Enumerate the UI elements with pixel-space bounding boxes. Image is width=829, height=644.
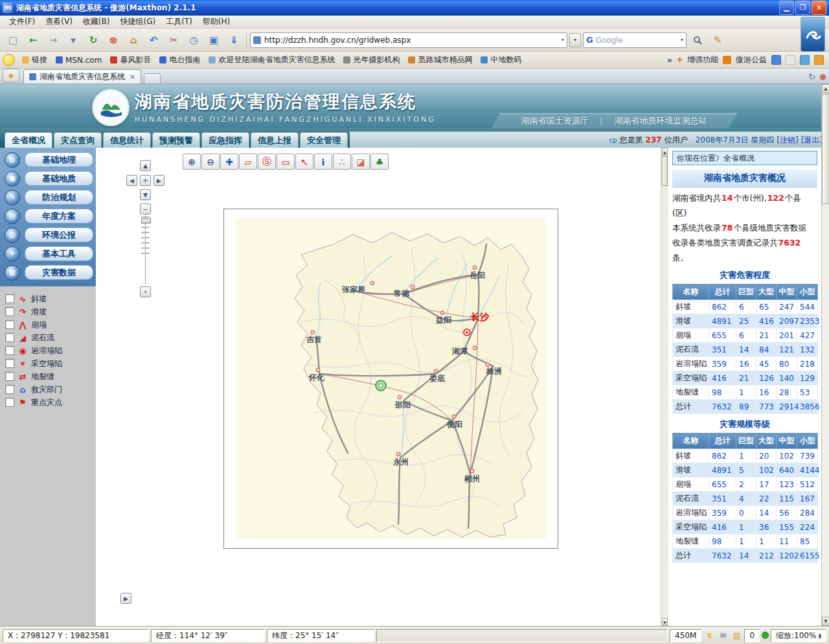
module-button[interactable]: 基本工具 xyxy=(25,246,93,261)
nav-tab[interactable]: 灾点查询 xyxy=(54,132,102,148)
layer-checkbox[interactable] xyxy=(5,398,14,407)
address-history-button[interactable]: ▾ xyxy=(569,33,581,47)
nav-tab[interactable]: 全省概况 xyxy=(5,132,52,148)
module-button[interactable]: 灾害数据 xyxy=(25,265,93,280)
map-layers-icon[interactable]: ♣ xyxy=(370,154,389,170)
pan-right-button[interactable]: ▶ xyxy=(153,175,165,186)
sidebar-module[interactable]: ◍ 基础地理 xyxy=(0,150,96,169)
search-engine-dropdown-icon[interactable]: ▾ xyxy=(681,37,683,43)
gps-locate-icon[interactable] xyxy=(376,380,386,391)
stop-button[interactable]: ⊗ xyxy=(104,32,122,49)
highlight-button[interactable]: ✎ xyxy=(709,32,727,49)
menu-item[interactable]: 收藏(B) xyxy=(78,15,115,29)
sidebar-module[interactable]: ▦ 灾害数据 xyxy=(0,263,96,282)
zoom-level[interactable]: 缩放:100%▲▼ xyxy=(771,629,826,642)
module-button[interactable]: 年度方案 xyxy=(25,209,93,224)
module-button[interactable]: 基础地质 xyxy=(25,171,93,186)
map-select-rect-icon[interactable]: ▭ xyxy=(277,154,295,170)
sidebar-module[interactable]: ▣ 基础地质 xyxy=(0,169,96,188)
plugin-icon[interactable] xyxy=(786,55,795,65)
layer-checkbox[interactable] xyxy=(5,307,14,316)
layer-checkbox[interactable] xyxy=(5,346,14,355)
layer-checkbox[interactable] xyxy=(5,372,14,381)
zoom-in-button[interactable]: ＋ xyxy=(140,286,151,297)
pan-left-button[interactable]: ◀ xyxy=(126,175,137,186)
favorites-star-button[interactable]: ★ xyxy=(3,69,19,82)
new-page-button[interactable]: ▢ xyxy=(4,32,22,49)
map-clear-icon[interactable]: ◪ xyxy=(352,154,370,170)
menu-item[interactable]: 工具(T) xyxy=(161,15,198,29)
minimize-button[interactable]: ▁ xyxy=(779,1,794,15)
forward-button[interactable]: → xyxy=(44,32,62,49)
address-bar[interactable]: http://dzzh.hndh.gov.cn/gridweb.aspx ▾ xyxy=(250,32,567,48)
layer-checkbox[interactable] xyxy=(5,294,14,303)
link-item[interactable]: 暴风影音 xyxy=(106,53,155,67)
link-item[interactable]: MSN.com xyxy=(52,54,106,66)
mail-icon[interactable]: ✉ xyxy=(717,631,729,640)
search-box[interactable]: G Google ▾ xyxy=(583,32,687,48)
layer-checkbox[interactable] xyxy=(5,385,14,394)
zoom-spinner-icon[interactable]: ▲▼ xyxy=(818,632,821,639)
close-button[interactable]: × xyxy=(812,1,826,15)
history-button[interactable]: ◷ xyxy=(185,32,203,49)
menu-item[interactable]: 文件(F) xyxy=(4,15,40,29)
smiley-icon[interactable] xyxy=(3,54,15,66)
link-item[interactable]: 中地数码 xyxy=(477,53,525,67)
link-item[interactable]: 光年摄影机构 xyxy=(339,53,403,67)
scroll-up-icon[interactable]: ▲ xyxy=(822,84,829,93)
home-button[interactable]: ⌂ xyxy=(124,32,142,49)
menu-item[interactable]: 快捷组(G) xyxy=(115,15,161,29)
banner-link[interactable]: 湖南省地质环境监测总站 xyxy=(606,115,716,127)
address-url[interactable]: http://dzzh.hndh.gov.cn/gridweb.aspx xyxy=(264,36,558,45)
layer-label[interactable]: 滑坡 xyxy=(31,306,47,317)
sidebar-module[interactable]: ✦ 基本工具 xyxy=(0,244,96,263)
close-all-icon[interactable]: ⊗ xyxy=(819,72,826,82)
expand-right-button[interactable]: ▶ xyxy=(120,593,131,604)
nav-tab[interactable]: 安全管理 xyxy=(300,132,348,148)
layer-label[interactable]: 斜坡 xyxy=(31,293,47,305)
folder-icon[interactable]: ▤ xyxy=(731,631,742,640)
restore-button[interactable]: ❐ xyxy=(795,1,810,15)
page-scrollbar[interactable]: ▲ ▼ xyxy=(821,84,829,626)
banner-link[interactable]: 湖南省国土资源厅 xyxy=(512,115,598,127)
layer-label[interactable]: 岩溶塌陷 xyxy=(31,345,62,356)
panel-scroll-down-icon[interactable]: ▼ xyxy=(662,618,668,626)
layer-label[interactable]: 崩塌 xyxy=(31,319,47,330)
nav-tab[interactable]: 预测预警 xyxy=(152,132,200,148)
layer-label[interactable]: 地裂缝 xyxy=(31,371,54,382)
links-overflow-chevron[interactable]: » xyxy=(667,56,672,65)
module-button[interactable]: 环境公报 xyxy=(25,227,93,242)
plugin-icon[interactable] xyxy=(814,55,824,65)
link-item[interactable]: 觅路城市精品网 xyxy=(404,53,476,67)
enhance-link[interactable]: 增强功能 xyxy=(687,54,718,65)
zoom-out-button[interactable]: − xyxy=(140,203,151,214)
panel-scroll-up-icon[interactable]: ▲ xyxy=(662,148,668,155)
zoom-slider[interactable] xyxy=(141,215,150,284)
refresh-button[interactable]: ↻ xyxy=(84,32,102,49)
map-pan-icon[interactable]: ✚ xyxy=(220,154,238,170)
nav-tab[interactable]: 信息统计 xyxy=(103,132,151,148)
map-draw-point-icon[interactable]: ∴ xyxy=(333,154,351,170)
panel-scrollbar[interactable]: ▲ ▼ xyxy=(661,148,668,626)
browser-tab-active[interactable]: 湖南省地质灾害信息系统 × xyxy=(23,69,141,84)
pan-down-button[interactable]: ▼ xyxy=(140,189,151,200)
boost-icon[interactable]: ↯ xyxy=(703,631,715,640)
layer-checkbox[interactable] xyxy=(5,333,14,342)
map-select-arrow-icon[interactable]: ↖ xyxy=(295,154,313,170)
module-button[interactable]: 基础地理 xyxy=(25,152,93,167)
search-go-button[interactable] xyxy=(688,32,707,49)
link-item[interactable]: 欢迎登陆湖南省地质灾害信息系统 xyxy=(205,53,339,67)
sidebar-module[interactable]: ▤ 年度方案 xyxy=(0,207,96,225)
logout-link[interactable]: [注销] xyxy=(777,135,798,146)
map-measure-icon[interactable]: ▱ xyxy=(239,154,257,170)
menu-item[interactable]: 查看(V) xyxy=(40,15,78,29)
new-tab-button[interactable] xyxy=(144,73,161,84)
layer-label[interactable]: 救灾部门 xyxy=(31,384,62,395)
map-zoom-in-icon[interactable]: ⊕ xyxy=(183,154,201,170)
sidebar-module[interactable]: ✎ 防治规划 xyxy=(0,188,96,207)
tab-close-icon[interactable]: × xyxy=(128,73,135,81)
layer-label[interactable]: 重点灾点 xyxy=(31,397,62,408)
maxthon-logo[interactable] xyxy=(801,17,825,52)
pan-up-button[interactable]: ▲ xyxy=(140,160,151,171)
pan-center-button[interactable]: ✛ xyxy=(140,175,151,186)
